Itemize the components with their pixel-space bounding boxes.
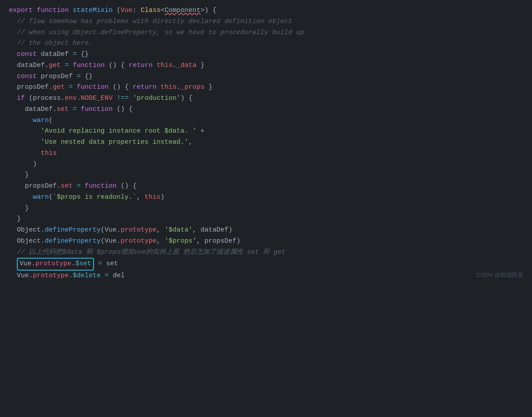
code-line-15: ) xyxy=(9,159,523,170)
code-line-11: warn( xyxy=(9,115,523,126)
code-line-17: propsDef.set = function () { xyxy=(9,181,523,192)
code-line-7: const propsDef = {} xyxy=(9,71,523,83)
code-line-5: const dataDef = {} xyxy=(9,49,523,60)
code-line-9: if (process.env.NODE_ENV !== 'production… xyxy=(9,93,523,104)
watermark: CSDN @前端阿龙 xyxy=(476,271,523,280)
code-line-19: } xyxy=(9,203,523,214)
code-line-13: 'Use nested data properties instead.', xyxy=(9,137,523,148)
code-line-10: dataDef.set = function () { xyxy=(9,104,523,115)
code-line-1: export function stateMixin (Vue: Class<C… xyxy=(9,5,523,16)
code-editor: export function stateMixin (Vue: Class<C… xyxy=(0,0,532,287)
code-line-8: propsDef.get = function () { return this… xyxy=(9,82,523,93)
code-line-14: this xyxy=(9,148,523,159)
code-line-20: } xyxy=(9,214,523,225)
code-line-4: // the object here. xyxy=(9,38,523,49)
code-line-3: // when using Object.defineProperty, so … xyxy=(9,28,523,39)
code-line-12: 'Avoid replacing instance root $data. ' … xyxy=(9,126,523,137)
code-line-2: // flow somehow has problems with direct… xyxy=(9,16,523,28)
code-line-25: Vue.prototype.$delete = del xyxy=(9,271,523,282)
code-line-21: Object.defineProperty(Vue.prototype, '$d… xyxy=(9,225,523,236)
code-line-16: } xyxy=(9,170,523,181)
code-line-24: Vue.prototype.$set = set xyxy=(9,258,523,271)
code-line-22: Object.defineProperty(Vue.prototype, '$p… xyxy=(9,236,523,247)
code-line-23: // 以上代码把$data 和 $props增加vue的实例上面 然后怎加了描述… xyxy=(9,247,523,258)
code-line-18: warn(`$props is readonly.`, this) xyxy=(9,192,523,203)
code-line-6: dataDef.get = function () { return this.… xyxy=(9,60,523,71)
